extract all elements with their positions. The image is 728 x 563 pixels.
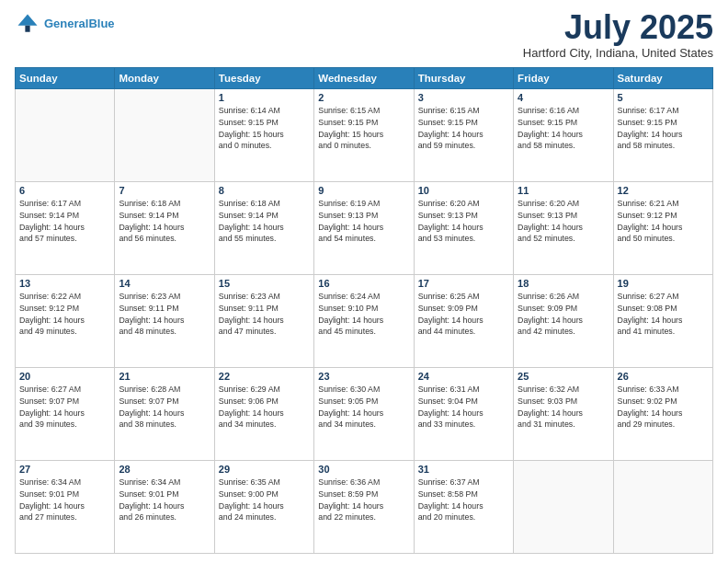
calendar-week-row: 27Sunrise: 6:34 AMSunset: 9:01 PMDayligh…	[16, 461, 713, 554]
day-number: 6	[19, 185, 110, 196]
day-info: Sunrise: 6:31 AMSunset: 9:04 PMDaylight:…	[418, 384, 509, 431]
calendar-cell: 15Sunrise: 6:23 AMSunset: 9:11 PMDayligh…	[214, 275, 313, 368]
day-info: Sunrise: 6:18 AMSunset: 9:14 PMDaylight:…	[219, 198, 310, 245]
calendar-cell: 19Sunrise: 6:27 AMSunset: 9:08 PMDayligh…	[613, 275, 712, 368]
calendar-header-row: SundayMondayTuesdayWednesdayThursdayFrid…	[16, 68, 713, 89]
day-info: Sunrise: 6:36 AMSunset: 8:59 PMDaylight:…	[318, 477, 409, 523]
day-number: 18	[518, 278, 609, 289]
day-info: Sunrise: 6:34 AMSunset: 9:01 PMDaylight:…	[119, 477, 210, 523]
day-info: Sunrise: 6:22 AMSunset: 9:12 PMDaylight:…	[19, 291, 110, 338]
calendar-week-row: 6Sunrise: 6:17 AMSunset: 9:14 PMDaylight…	[16, 182, 713, 275]
day-info: Sunrise: 6:21 AMSunset: 9:12 PMDaylight:…	[618, 198, 709, 245]
calendar-table: SundayMondayTuesdayWednesdayThursdayFrid…	[15, 67, 713, 554]
header: GeneralBlue July 2025 Hartford City, Ind…	[15, 11, 713, 60]
calendar-cell: 4Sunrise: 6:16 AMSunset: 9:15 PMDaylight…	[514, 89, 613, 182]
day-info: Sunrise: 6:23 AMSunset: 9:11 PMDaylight:…	[119, 291, 210, 338]
day-number: 10	[418, 185, 509, 196]
calendar-cell: 20Sunrise: 6:27 AMSunset: 9:07 PMDayligh…	[16, 368, 115, 461]
day-number: 20	[19, 371, 110, 382]
calendar-week-row: 13Sunrise: 6:22 AMSunset: 9:12 PMDayligh…	[16, 275, 713, 368]
calendar-cell: 30Sunrise: 6:36 AMSunset: 8:59 PMDayligh…	[314, 461, 414, 554]
calendar-header-tuesday: Tuesday	[214, 68, 313, 89]
calendar-week-row: 20Sunrise: 6:27 AMSunset: 9:07 PMDayligh…	[16, 368, 713, 461]
calendar-cell: 2Sunrise: 6:15 AMSunset: 9:15 PMDaylight…	[314, 89, 414, 182]
calendar-cell: 16Sunrise: 6:24 AMSunset: 9:10 PMDayligh…	[314, 275, 414, 368]
calendar-header-friday: Friday	[514, 68, 613, 89]
day-number: 21	[119, 371, 210, 382]
day-info: Sunrise: 6:33 AMSunset: 9:02 PMDaylight:…	[618, 384, 709, 431]
calendar-cell: 22Sunrise: 6:29 AMSunset: 9:06 PMDayligh…	[214, 368, 313, 461]
day-info: Sunrise: 6:15 AMSunset: 9:15 PMDaylight:…	[318, 105, 409, 152]
day-number: 28	[119, 464, 210, 475]
calendar-cell	[514, 461, 613, 554]
page: GeneralBlue July 2025 Hartford City, Ind…	[0, 0, 728, 563]
day-info: Sunrise: 6:27 AMSunset: 9:08 PMDaylight:…	[618, 291, 709, 338]
calendar-cell: 18Sunrise: 6:26 AMSunset: 9:09 PMDayligh…	[514, 275, 613, 368]
day-number: 2	[318, 92, 409, 103]
svg-rect-1	[25, 26, 29, 32]
logo-icon	[15, 11, 40, 37]
day-number: 16	[318, 278, 409, 289]
day-info: Sunrise: 6:27 AMSunset: 9:07 PMDaylight:…	[19, 384, 110, 431]
calendar-cell: 14Sunrise: 6:23 AMSunset: 9:11 PMDayligh…	[115, 275, 214, 368]
day-number: 15	[219, 278, 310, 289]
calendar-header-monday: Monday	[115, 68, 214, 89]
calendar-cell: 6Sunrise: 6:17 AMSunset: 9:14 PMDaylight…	[16, 182, 115, 275]
day-number: 22	[219, 371, 310, 382]
day-info: Sunrise: 6:14 AMSunset: 9:15 PMDaylight:…	[219, 105, 310, 152]
day-info: Sunrise: 6:15 AMSunset: 9:15 PMDaylight:…	[418, 105, 509, 152]
calendar-cell: 12Sunrise: 6:21 AMSunset: 9:12 PMDayligh…	[613, 182, 712, 275]
day-info: Sunrise: 6:28 AMSunset: 9:07 PMDaylight:…	[119, 384, 210, 431]
day-info: Sunrise: 6:32 AMSunset: 9:03 PMDaylight:…	[518, 384, 609, 431]
calendar-cell: 27Sunrise: 6:34 AMSunset: 9:01 PMDayligh…	[16, 461, 115, 554]
day-info: Sunrise: 6:35 AMSunset: 9:00 PMDaylight:…	[219, 477, 310, 523]
calendar-cell: 5Sunrise: 6:17 AMSunset: 9:15 PMDaylight…	[613, 89, 712, 182]
day-info: Sunrise: 6:17 AMSunset: 9:15 PMDaylight:…	[618, 105, 709, 152]
calendar-cell: 11Sunrise: 6:20 AMSunset: 9:13 PMDayligh…	[514, 182, 613, 275]
calendar-cell: 24Sunrise: 6:31 AMSunset: 9:04 PMDayligh…	[414, 368, 513, 461]
day-number: 13	[19, 278, 110, 289]
day-number: 27	[19, 464, 110, 475]
day-number: 11	[518, 185, 609, 196]
day-info: Sunrise: 6:26 AMSunset: 9:09 PMDaylight:…	[518, 291, 609, 338]
calendar-cell: 29Sunrise: 6:35 AMSunset: 9:00 PMDayligh…	[214, 461, 313, 554]
day-info: Sunrise: 6:30 AMSunset: 9:05 PMDaylight:…	[318, 384, 409, 431]
day-number: 17	[418, 278, 509, 289]
calendar-week-row: 1Sunrise: 6:14 AMSunset: 9:15 PMDaylight…	[16, 89, 713, 182]
day-number: 9	[318, 185, 409, 196]
day-number: 4	[518, 92, 609, 103]
calendar-cell: 17Sunrise: 6:25 AMSunset: 9:09 PMDayligh…	[414, 275, 513, 368]
calendar-cell: 8Sunrise: 6:18 AMSunset: 9:14 PMDaylight…	[214, 182, 313, 275]
day-number: 1	[219, 92, 310, 103]
logo: GeneralBlue	[15, 11, 115, 37]
calendar-cell: 31Sunrise: 6:37 AMSunset: 8:58 PMDayligh…	[414, 461, 513, 554]
calendar-cell: 13Sunrise: 6:22 AMSunset: 9:12 PMDayligh…	[16, 275, 115, 368]
calendar-cell: 21Sunrise: 6:28 AMSunset: 9:07 PMDayligh…	[115, 368, 214, 461]
svg-marker-0	[18, 15, 38, 26]
calendar-header-thursday: Thursday	[414, 68, 513, 89]
day-info: Sunrise: 6:19 AMSunset: 9:13 PMDaylight:…	[318, 198, 409, 245]
location-title: Hartford City, Indiana, United States	[523, 46, 713, 60]
day-info: Sunrise: 6:17 AMSunset: 9:14 PMDaylight:…	[19, 198, 110, 245]
day-number: 3	[418, 92, 509, 103]
calendar-cell: 1Sunrise: 6:14 AMSunset: 9:15 PMDaylight…	[214, 89, 313, 182]
day-number: 12	[618, 185, 709, 196]
day-number: 14	[119, 278, 210, 289]
day-number: 5	[618, 92, 709, 103]
calendar-header-saturday: Saturday	[613, 68, 712, 89]
calendar-cell: 9Sunrise: 6:19 AMSunset: 9:13 PMDaylight…	[314, 182, 414, 275]
day-info: Sunrise: 6:20 AMSunset: 9:13 PMDaylight:…	[418, 198, 509, 245]
calendar-cell: 26Sunrise: 6:33 AMSunset: 9:02 PMDayligh…	[613, 368, 712, 461]
day-info: Sunrise: 6:25 AMSunset: 9:09 PMDaylight:…	[418, 291, 509, 338]
calendar-cell: 7Sunrise: 6:18 AMSunset: 9:14 PMDaylight…	[115, 182, 214, 275]
calendar-cell	[613, 461, 712, 554]
day-info: Sunrise: 6:24 AMSunset: 9:10 PMDaylight:…	[318, 291, 409, 338]
day-info: Sunrise: 6:37 AMSunset: 8:58 PMDaylight:…	[418, 477, 509, 523]
day-info: Sunrise: 6:34 AMSunset: 9:01 PMDaylight:…	[19, 477, 110, 523]
day-info: Sunrise: 6:18 AMSunset: 9:14 PMDaylight:…	[119, 198, 210, 245]
day-number: 7	[119, 185, 210, 196]
day-number: 23	[318, 371, 409, 382]
calendar-cell: 23Sunrise: 6:30 AMSunset: 9:05 PMDayligh…	[314, 368, 414, 461]
month-title: July 2025	[523, 11, 713, 44]
calendar-cell: 28Sunrise: 6:34 AMSunset: 9:01 PMDayligh…	[115, 461, 214, 554]
